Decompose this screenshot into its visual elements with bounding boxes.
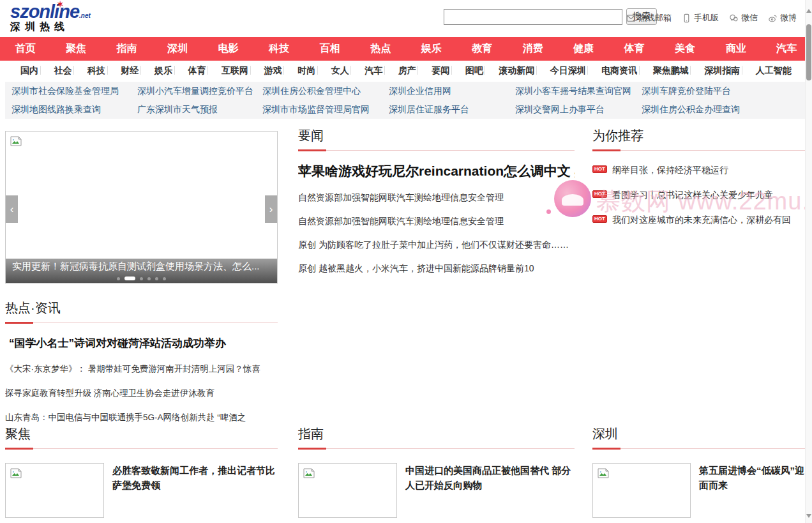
main-nav-item[interactable]: 娱乐 (406, 42, 457, 56)
sub-nav-item[interactable]: 今日深圳 (544, 65, 592, 77)
carousel[interactable]: ‹ › 实用更新！新冠病毒抗原自测试剂盒使用场景方法、怎么... (5, 131, 278, 284)
search-input[interactable] (444, 9, 622, 25)
carousel-dot[interactable] (155, 277, 158, 280)
service-link[interactable]: 深圳市社会保险基金管理局 (11, 86, 137, 97)
wechat-icon (729, 13, 739, 23)
recommend-item[interactable]: HOT 看图学习丨总书记这样关心关爱少年儿童 (592, 190, 806, 201)
main-nav-item[interactable]: 消费 (508, 42, 559, 56)
main-nav-item[interactable]: 教育 (457, 42, 508, 56)
carousel-dot[interactable] (163, 277, 166, 280)
main-nav-item[interactable]: 深圳 (153, 42, 204, 56)
service-link[interactable]: 广东深圳市天气预报 (137, 104, 262, 116)
scroll-down-icon[interactable] (806, 514, 811, 518)
article-thumbnail[interactable] (5, 463, 104, 518)
yaowen-item[interactable]: 自然资源部加强智能网联汽车测绘地理信息安全管理 (298, 216, 575, 227)
main-nav-item[interactable]: 指南 (102, 42, 153, 56)
service-link[interactable]: 深圳企业信用网 (389, 86, 515, 97)
section-title[interactable]: 为你推荐 (592, 127, 806, 144)
section-divider (298, 149, 575, 151)
sub-nav-item[interactable]: 人工智能 (749, 65, 798, 77)
scroll-up-icon[interactable] (806, 9, 811, 13)
carousel-dot-active[interactable] (124, 277, 135, 280)
hotspot-item[interactable]: 探寻家庭教育转型升级 济南心理卫生协会走进伊沐教育 (5, 388, 278, 399)
main-nav-item[interactable]: 热点 (356, 42, 407, 56)
main-nav-item[interactable]: 健康 (559, 42, 610, 56)
site-logo[interactable]: szonline.net ✶ 深圳热线 (10, 3, 106, 34)
main-content: ‹ › 实用更新！新冠病毒抗原自测试剂盒使用场景方法、怎么... 要闻 苹果啥游… (0, 119, 812, 523)
section-title[interactable]: 热点·资讯 (5, 299, 278, 317)
quick-link-weibo[interactable]: 微博 (768, 12, 797, 24)
yaowen-item[interactable]: 原创 为防顾客吃了拉肚子菜中加止泻药，他们不仅谋财还要害命…… (298, 239, 575, 251)
scrollbar-thumb[interactable] (806, 24, 811, 80)
yaowen-item[interactable]: 自然资源部加强智能网联汽车测绘地理信息安全管理 (298, 192, 575, 204)
main-nav-item[interactable]: 百相 (304, 42, 356, 56)
broken-image-icon (303, 468, 315, 478)
recommend-item[interactable]: HOT 纲举目张，保持经济平稳运行 (592, 165, 806, 176)
scrollbar[interactable] (805, 0, 812, 523)
recommend-item-text: 看图学习丨总书记这样关心关爱少年儿童 (612, 190, 773, 201)
main-nav-item[interactable]: 科技 (254, 42, 305, 56)
carousel-dot[interactable] (147, 277, 151, 280)
main-nav-item[interactable]: 电影 (203, 42, 254, 56)
sub-nav-item[interactable]: 深圳指南 (698, 65, 746, 77)
hot-badge: HOT (592, 215, 607, 223)
article-thumbnail[interactable] (592, 463, 691, 518)
recommend-item[interactable]: HOT 我们对这座城市的未来充满信心，深耕必有回 (592, 215, 806, 226)
article-thumbnail[interactable] (298, 463, 397, 518)
sub-nav-item[interactable]: 电商资讯 (595, 65, 643, 77)
mail-icon (626, 13, 636, 23)
sub-nav-item[interactable]: 互联网 (215, 65, 255, 77)
main-nav-item[interactable]: 体育 (609, 42, 660, 56)
section-title[interactable]: 要闻 (298, 127, 575, 144)
hot-badge: HOT (592, 190, 607, 198)
service-link[interactable]: 深圳车牌竞价登陆平台 (642, 86, 801, 97)
service-link[interactable]: 深圳住房公积金管理中心 (262, 86, 389, 97)
yaowen-headline[interactable]: 苹果啥游戏好玩尼尔reincarnation怎么调中文 具体介 (298, 162, 575, 180)
jujiao-headline[interactable]: 必胜客致敬新闻工作者，推出记者节比萨堡免费领 (112, 463, 278, 518)
service-link[interactable]: 深圳住房公积金办理查询 (642, 104, 801, 116)
quick-link-mail[interactable]: 热线邮箱 (626, 12, 672, 24)
carousel-prev-button[interactable]: ‹ (6, 195, 18, 223)
hotspot-headline[interactable]: “国学小名士”诗词对对碰菏泽站活动成功举办 (5, 336, 278, 351)
hotspot-item[interactable]: 《大宋·东京梦华》： 暑期带娃可免费游河南开封清明上河园？惊喜 (5, 363, 278, 375)
carousel-dots (6, 277, 277, 280)
logo-brand-suffix: .net (79, 12, 91, 19)
section-title[interactable]: 聚焦 (5, 425, 278, 443)
carousel-caption[interactable]: 实用更新！新冠病毒抗原自测试剂盒使用场景方法、怎么... (6, 259, 277, 273)
quick-link-label: 手机版 (694, 12, 719, 24)
service-link[interactable]: 深圳地图线路换乘查询 (11, 104, 137, 116)
carousel-next-button[interactable]: › (265, 195, 277, 223)
section-title[interactable]: 深圳 (592, 425, 806, 443)
section-zhinan: 指南 中国进口的美国商品正被他国替代 部分人已开始反向购物 (298, 425, 575, 518)
section-divider (298, 448, 575, 450)
service-link[interactable]: 深圳交警网上办事平台 (515, 104, 642, 116)
main-nav-item[interactable]: 美食 (660, 42, 711, 56)
shenzhen-headline[interactable]: 第五届进博会“低碳风”迎面而来 (699, 463, 806, 518)
main-nav-item[interactable]: 首页 (0, 42, 51, 56)
main-nav-item[interactable]: 聚焦 (51, 42, 102, 56)
hotspot-list: 《大宋·东京梦华》： 暑期带娃可免费游河南开封清明上河园？惊喜探寻家庭教育转型升… (5, 363, 278, 423)
sub-nav-item[interactable]: 聚焦鹏城 (647, 65, 695, 77)
sub-nav: 国内社会科技财经娱乐体育互联网游戏时尚女人汽车房产要闻图吧滚动新闻今日深圳电商资… (0, 61, 812, 81)
broken-image-icon (598, 468, 609, 478)
carousel-dot[interactable] (140, 277, 143, 280)
main-nav-item[interactable]: 商业 (710, 42, 762, 56)
sub-nav-item[interactable]: 滚动新闻 (492, 65, 541, 77)
section-jujiao: 聚焦 必胜客致敬新闻工作者，推出记者节比萨堡免费领 (5, 425, 278, 518)
service-link[interactable]: 深圳市市场监督管理局官网 (262, 104, 389, 116)
quick-link-mobile[interactable]: 手机版 (682, 12, 719, 24)
quick-link-wechat[interactable]: 微信 (729, 12, 758, 24)
hotspot-item[interactable]: 山东青岛：中国电信与中国联通携手5G-A网络创新共赴 “啤酒之 (5, 412, 278, 423)
service-link[interactable]: 深圳小客车摇号结果查询官网 (515, 86, 642, 97)
section-title[interactable]: 指南 (298, 425, 575, 443)
logo-wordmark: szonline.net ✶ (10, 3, 106, 20)
shenzhen-article: 第五届进博会“低碳风”迎面而来 (592, 463, 806, 518)
recommend-list: HOT 纲举目张，保持经济平稳运行 HOT 看图学习丨总书记这样关心关爱少年儿童… (592, 165, 806, 226)
section-hotspot: 热点·资讯 “国学小名士”诗词对对碰菏泽站活动成功举办 《大宋·东京梦华》： 暑… (5, 299, 278, 423)
zhinan-headline[interactable]: 中国进口的美国商品正被他国替代 部分人已开始反向购物 (405, 463, 575, 518)
yaowen-list: 自然资源部加强智能网联汽车测绘地理信息安全管理自然资源部加强智能网联汽车测绘地理… (298, 192, 575, 275)
yaowen-item[interactable]: 原创 越被黑越火，小米汽车，挤进中国新能源品牌销量前10 (298, 263, 575, 275)
service-link[interactable]: 深圳小汽车增量调控竞价平台 (137, 86, 262, 97)
service-link[interactable]: 深圳居住证服务平台 (389, 104, 515, 116)
carousel-dot[interactable] (117, 277, 120, 280)
